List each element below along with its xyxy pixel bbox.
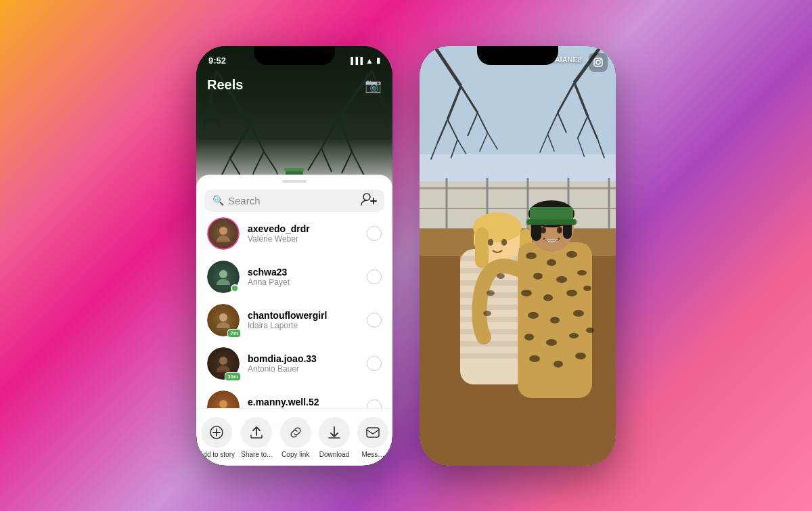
svg-line-47: [478, 112, 488, 133]
right-tree-branches: [420, 46, 616, 193]
svg-line-42: [447, 86, 461, 119]
svg-point-110: [586, 328, 594, 333]
svg-line-51: [480, 133, 488, 152]
svg-point-99: [577, 270, 587, 275]
share-to-action[interactable]: Share to...: [240, 417, 273, 458]
svg-rect-119: [526, 219, 577, 225]
add-people-button[interactable]: [360, 192, 379, 209]
select-radio[interactable]: [367, 269, 382, 284]
select-radio[interactable]: [367, 399, 382, 408]
copy-link-action[interactable]: Copy link: [279, 417, 313, 458]
svg-line-52: [488, 133, 498, 150]
svg-line-59: [558, 112, 566, 133]
copy-link-label: Copy link: [281, 451, 309, 458]
svg-line-4: [230, 158, 240, 175]
select-radio[interactable]: [367, 226, 382, 241]
list-item[interactable]: 45m e.manny.well.52 Rommel Garcia: [196, 385, 392, 408]
list-item[interactable]: schwa23 Anna Payet: [196, 255, 392, 298]
svg-point-106: [573, 310, 584, 317]
avatar-wrap: 45m: [207, 391, 240, 408]
time-badge: 7m: [227, 329, 241, 338]
download-label: Download: [319, 451, 349, 458]
share-icon: [241, 417, 272, 448]
signal-icon: ▐▐▐: [348, 57, 363, 64]
list-item[interactable]: axevedo_drdr Valérie Weber: [196, 212, 392, 255]
status-icons: ▐▐▐ ▲ ▮: [348, 56, 380, 66]
avatar: [207, 217, 240, 250]
svg-point-111: [529, 355, 540, 362]
svg-point-107: [524, 334, 534, 340]
contact-username: axevedo_drdr: [248, 223, 359, 234]
svg-point-102: [566, 290, 577, 296]
battery-icon: ▮: [376, 56, 380, 65]
list-item[interactable]: 7m chantouflowergirl Idaira Laporte: [196, 298, 392, 342]
right-phone: @ALO.DAIANE8: [420, 46, 616, 466]
svg-point-97: [533, 273, 543, 280]
download-action[interactable]: Download: [317, 417, 351, 458]
reels-header: Reels 📷: [196, 70, 392, 100]
svg-point-122: [497, 273, 505, 279]
status-time: 9:52: [208, 55, 226, 66]
svg-point-127: [600, 59, 602, 60]
svg-line-11: [338, 118, 352, 152]
left-phone: Reels 📷 9:52 ▐▐▐ ▲ ▮ 🔍 Search: [196, 46, 392, 466]
svg-point-105: [550, 317, 560, 324]
instagram-icon-overlay[interactable]: [589, 53, 608, 72]
select-radio[interactable]: [367, 313, 382, 328]
svg-point-113: [575, 353, 586, 359]
svg-line-13: [352, 152, 364, 175]
svg-line-41: [434, 46, 461, 86]
svg-point-34: [219, 400, 227, 408]
camera-icon[interactable]: 📷: [365, 77, 382, 93]
svg-line-61: [578, 138, 585, 157]
photo-background: @ALO.DAIANE8: [420, 46, 616, 466]
avatar: [207, 391, 240, 408]
svg-line-54: [574, 83, 588, 116]
svg-line-63: [547, 134, 554, 152]
select-radio[interactable]: [367, 356, 382, 371]
svg-point-121: [557, 227, 562, 234]
svg-line-8: [203, 104, 210, 131]
svg-line-56: [588, 116, 598, 139]
svg-line-48: [431, 143, 438, 160]
avatar-wrap: [207, 217, 240, 250]
message-label: Mess…: [361, 451, 384, 458]
avatar-wrap: 30m: [207, 347, 240, 380]
contact-info: schwa23 Anna Payet: [248, 267, 359, 287]
message-icon: [357, 417, 388, 448]
contact-list: axevedo_drdr Valérie Weber: [196, 212, 392, 408]
svg-point-108: [546, 339, 557, 346]
svg-point-92: [501, 239, 507, 246]
svg-line-14: [342, 152, 352, 173]
online-indicator: [231, 284, 239, 292]
svg-line-55: [558, 83, 574, 112]
svg-point-95: [547, 259, 556, 266]
svg-line-44: [438, 119, 448, 143]
add-to-story-action[interactable]: Add to story: [199, 417, 235, 458]
contact-info: axevedo_drdr Valérie Weber: [248, 223, 359, 244]
contact-info: bomdia.joao.33 Antonio Bauer: [248, 353, 359, 374]
contact-username: bomdia.joao.33: [248, 353, 359, 364]
list-item[interactable]: 30m bomdia.joao.33 Antonio Bauer: [196, 342, 392, 385]
sheet-handle: [282, 180, 307, 183]
notch: [254, 46, 335, 65]
svg-line-5: [254, 152, 264, 172]
svg-point-94: [526, 252, 537, 259]
contact-username: chantouflowergirl: [248, 310, 359, 321]
search-icon: 🔍: [212, 195, 224, 206]
search-bar[interactable]: 🔍 Search: [204, 190, 384, 212]
wifi-icon: ▲: [365, 56, 374, 66]
contact-username: schwa23: [248, 267, 359, 277]
svg-line-9: [210, 104, 220, 128]
message-action[interactable]: Mess…: [356, 417, 390, 458]
contact-info: chantouflowergirl Idaira Laporte: [248, 310, 359, 330]
svg-point-101: [543, 294, 553, 301]
share-to-label: Share to...: [241, 451, 272, 458]
add-story-icon: [201, 417, 232, 448]
svg-point-27: [363, 194, 370, 200]
svg-line-60: [597, 139, 604, 158]
notch: [477, 46, 558, 65]
download-icon: [319, 417, 350, 448]
svg-point-100: [521, 290, 532, 296]
svg-line-62: [540, 134, 548, 153]
